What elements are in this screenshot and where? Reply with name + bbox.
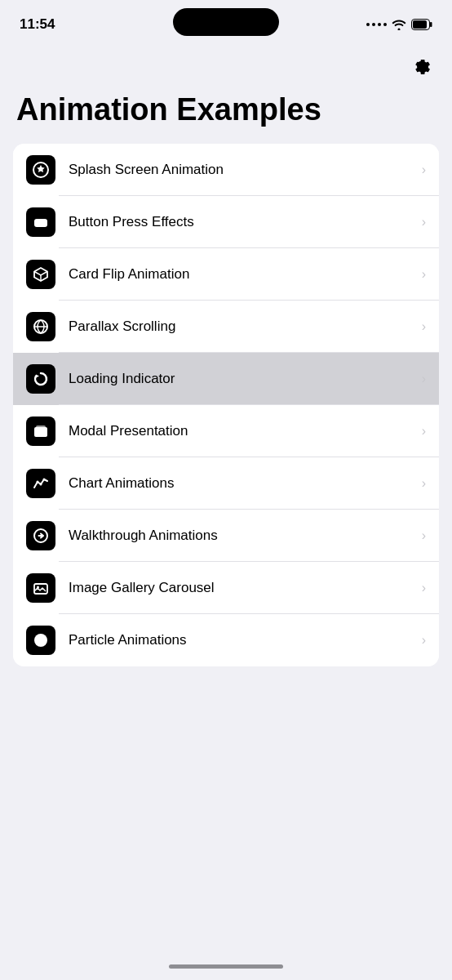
- svg-rect-7: [36, 425, 46, 434]
- splash-screen-icon: [26, 155, 55, 185]
- list-item-gallery[interactable]: Image Gallery Carousel ›: [13, 562, 439, 614]
- chevron-icon: ›: [422, 267, 426, 282]
- chevron-icon: ›: [422, 633, 426, 648]
- button-press-label: Button Press Effects: [69, 214, 422, 230]
- status-icons: [366, 19, 432, 30]
- svg-point-10: [43, 478, 46, 480]
- list-item-button-press[interactable]: Button Press Effects ›: [13, 196, 439, 248]
- list-item-modal[interactable]: Modal Presentation ›: [13, 405, 439, 457]
- status-time: 11:54: [20, 16, 55, 33]
- chevron-icon: ›: [422, 528, 426, 543]
- list-item-splash-screen[interactable]: Splash Screen Animation ›: [13, 144, 439, 196]
- page-title: Animation Examples: [0, 87, 452, 144]
- chart-label: Chart Animations: [69, 475, 422, 492]
- menu-list: Splash Screen Animation › Button Press E…: [13, 144, 439, 666]
- chevron-icon: ›: [422, 424, 426, 439]
- chevron-icon: ›: [422, 163, 426, 177]
- svg-point-8: [37, 480, 39, 483]
- chevron-icon: ›: [422, 581, 426, 595]
- svg-rect-1: [430, 22, 432, 27]
- chevron-icon: ›: [422, 476, 426, 491]
- card-flip-label: Card Flip Animation: [69, 266, 422, 283]
- parallax-icon: [26, 312, 55, 341]
- svg-rect-4: [34, 219, 47, 227]
- loading-label: Loading Indicator: [69, 371, 422, 387]
- button-press-icon: [26, 207, 55, 237]
- wifi-icon: [392, 19, 406, 30]
- settings-button[interactable]: [406, 51, 436, 80]
- list-item-chart[interactable]: Chart Animations ›: [13, 457, 439, 510]
- loading-icon: [26, 364, 55, 394]
- home-indicator: [169, 964, 283, 969]
- status-bar: 11:54: [0, 0, 452, 44]
- chevron-icon: ›: [422, 372, 426, 386]
- list-item-loading[interactable]: Loading Indicator ›: [13, 353, 439, 405]
- list-item-parallax[interactable]: Parallax Scrolling ›: [13, 301, 439, 353]
- list-item-card-flip[interactable]: Card Flip Animation ›: [13, 248, 439, 301]
- card-flip-icon: [26, 260, 55, 289]
- gallery-icon: [26, 573, 55, 603]
- particle-icon: [26, 626, 55, 655]
- svg-point-14: [34, 634, 47, 647]
- modal-label: Modal Presentation: [69, 423, 422, 439]
- chart-icon: [26, 469, 55, 498]
- svg-point-9: [40, 483, 42, 485]
- parallax-label: Parallax Scrolling: [69, 318, 422, 335]
- chevron-icon: ›: [422, 215, 426, 229]
- gallery-label: Image Gallery Carousel: [69, 580, 422, 596]
- particle-label: Particle Animations: [69, 632, 422, 648]
- battery-icon: [411, 19, 432, 30]
- chevron-icon: ›: [422, 319, 426, 334]
- modal-icon: [26, 416, 55, 446]
- walkthrough-icon: [26, 521, 55, 550]
- settings-container: [0, 44, 452, 87]
- notch: [173, 8, 279, 36]
- walkthrough-label: Walkthrough Animations: [69, 528, 422, 544]
- svg-rect-2: [413, 20, 427, 29]
- splash-screen-label: Splash Screen Animation: [69, 162, 422, 178]
- list-item-particle[interactable]: Particle Animations ›: [13, 614, 439, 666]
- signal-icon: [366, 23, 387, 26]
- list-item-walkthrough[interactable]: Walkthrough Animations ›: [13, 510, 439, 562]
